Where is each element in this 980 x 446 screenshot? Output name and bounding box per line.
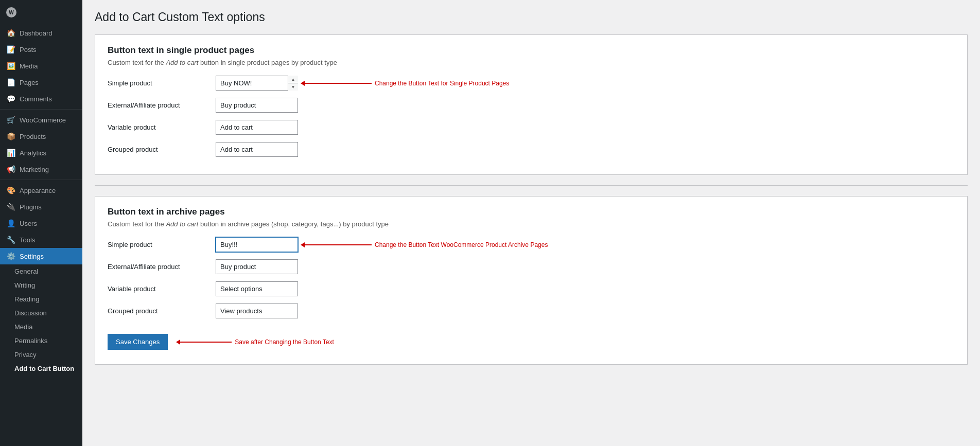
sidebar-item-users[interactable]: 👤 Users	[0, 215, 82, 231]
sidebar-item-posts[interactable]: 📝 Posts	[0, 41, 82, 58]
submenu-writing[interactable]: Writing	[0, 278, 82, 292]
submenu-add-to-cart[interactable]: Add to Cart Button	[0, 362, 82, 376]
sidebar-item-label: Appearance	[20, 187, 56, 194]
single-external-label: External/Affiliate product	[108, 101, 216, 109]
sidebar-item-label: Posts	[20, 46, 37, 53]
wordpress-logo: W	[6, 7, 16, 17]
sidebar-item-label: Settings	[20, 253, 44, 260]
marketing-icon: 📢	[6, 165, 15, 173]
wp-logo-area: W	[0, 0, 82, 25]
archive-variable-row: Variable product	[108, 281, 955, 296]
arrow-head-2	[301, 242, 305, 247]
page-title: Add to Cart Custom Text options	[95, 10, 968, 24]
main-content: Add to Cart Custom Text options Button t…	[82, 0, 980, 446]
single-simple-input[interactable]	[216, 76, 298, 91]
settings-icon: ⚙️	[6, 252, 15, 260]
single-grouped-label: Grouped product	[108, 146, 216, 153]
plugins-icon: 🔌	[6, 203, 15, 211]
submenu-privacy[interactable]: Privacy	[0, 348, 82, 362]
archive-section-desc: Custom text for the Add to cart button i…	[108, 220, 955, 228]
woocommerce-icon: 🛒	[6, 116, 15, 124]
archive-section-title: Button text in archive pages	[108, 207, 955, 217]
appearance-icon: 🎨	[6, 186, 15, 194]
sidebar-item-label: Comments	[20, 95, 52, 103]
sidebar-item-woocommerce[interactable]: 🛒 WooCommerce	[0, 112, 82, 128]
spinner-down[interactable]: ▼	[288, 83, 298, 91]
archive-grouped-label: Grouped product	[108, 307, 216, 315]
spinner-buttons[interactable]: ▲ ▼	[288, 76, 298, 91]
users-icon: 👤	[6, 219, 15, 227]
sidebar-item-dashboard[interactable]: 🏠 Dashboard	[0, 25, 82, 41]
sidebar-item-marketing[interactable]: 📢 Marketing	[0, 161, 82, 177]
archive-simple-input[interactable]	[216, 237, 298, 252]
archive-external-label: External/Affiliate product	[108, 263, 216, 271]
archive-section: Button text in archive pages Custom text…	[95, 196, 968, 365]
sidebar-item-comments[interactable]: 💬 Comments	[0, 91, 82, 107]
sidebar-item-media[interactable]: 🖼️ Media	[0, 58, 82, 74]
sidebar-item-settings[interactable]: ⚙️ Settings	[0, 248, 82, 264]
single-section-title: Button text in single product pages	[108, 45, 955, 56]
arrow-line-2	[305, 244, 372, 245]
dashboard-icon: 🏠	[6, 29, 15, 37]
archive-variable-input[interactable]	[216, 281, 298, 296]
sidebar-divider-2	[0, 180, 82, 180]
comments-icon: 💬	[6, 95, 15, 103]
sidebar-item-analytics[interactable]: 📊 Analytics	[0, 145, 82, 161]
sidebar-item-tools[interactable]: 🔧 Tools	[0, 231, 82, 248]
archive-grouped-row: Grouped product	[108, 304, 955, 318]
products-icon: 📦	[6, 132, 15, 140]
single-section-desc-link: Add to cart	[166, 59, 198, 66]
archive-simple-label: Simple product	[108, 241, 216, 248]
single-simple-input-wrap: ▲ ▼	[216, 76, 298, 91]
archive-annotation-text: Change the Button Text WooCommerce Produ…	[375, 241, 548, 248]
save-area: Save Changes Save after Changing the But…	[108, 326, 955, 354]
sidebar-item-label: Media	[20, 62, 38, 70]
archive-annotation: Change the Button Text WooCommerce Produ…	[301, 241, 548, 248]
single-variable-input[interactable]	[216, 120, 298, 135]
submenu-permalinks[interactable]: Permalinks	[0, 334, 82, 348]
sidebar-item-label: Dashboard	[20, 29, 52, 37]
sidebar-item-label: Products	[20, 133, 46, 140]
arrow-head	[301, 81, 305, 86]
archive-grouped-input[interactable]	[216, 304, 298, 318]
archive-external-row: External/Affiliate product	[108, 259, 955, 274]
single-annotation-text: Change the Button Text for Single Produc…	[375, 80, 509, 87]
save-arrow-line	[180, 342, 232, 343]
pages-icon: 📄	[6, 78, 15, 86]
sidebar: W 🏠 Dashboard 📝 Posts 🖼️ Media 📄 Pages 💬…	[0, 0, 82, 446]
save-button[interactable]: Save Changes	[108, 334, 168, 350]
sidebar-item-appearance[interactable]: 🎨 Appearance	[0, 182, 82, 199]
sidebar-item-label: Marketing	[20, 166, 49, 173]
arrow-line	[305, 83, 372, 84]
submenu-media[interactable]: Media	[0, 320, 82, 334]
sidebar-item-label: Analytics	[20, 149, 46, 157]
single-external-input[interactable]	[216, 98, 298, 113]
spinner-up[interactable]: ▲	[288, 76, 298, 83]
tools-icon: 🔧	[6, 236, 15, 244]
single-annotation: Change the Button Text for Single Produc…	[301, 80, 509, 87]
single-simple-label: Simple product	[108, 79, 216, 87]
sidebar-divider	[0, 109, 82, 110]
save-arrow-head	[176, 340, 180, 345]
save-annotation-text: Save after Changing the Button Text	[235, 338, 334, 346]
section-divider	[95, 185, 968, 186]
single-grouped-input[interactable]	[216, 142, 298, 157]
submenu-discussion[interactable]: Discussion	[0, 306, 82, 320]
submenu-general[interactable]: General	[0, 264, 82, 278]
single-grouped-row: Grouped product	[108, 142, 955, 157]
sidebar-item-products[interactable]: 📦 Products	[0, 128, 82, 145]
analytics-icon: 📊	[6, 149, 15, 157]
sidebar-item-label: Users	[20, 220, 37, 227]
sidebar-item-label: Pages	[20, 79, 39, 86]
archive-external-input[interactable]	[216, 259, 298, 274]
single-external-row: External/Affiliate product	[108, 98, 955, 113]
single-variable-label: Variable product	[108, 123, 216, 131]
sidebar-item-label: Tools	[20, 236, 35, 244]
submenu-reading[interactable]: Reading	[0, 292, 82, 306]
sidebar-item-label: Plugins	[20, 203, 42, 211]
sidebar-item-plugins[interactable]: 🔌 Plugins	[0, 199, 82, 215]
single-product-section: Button text in single product pages Cust…	[95, 34, 968, 175]
sidebar-item-pages[interactable]: 📄 Pages	[0, 74, 82, 91]
posts-icon: 📝	[6, 45, 15, 53]
archive-variable-label: Variable product	[108, 285, 216, 293]
